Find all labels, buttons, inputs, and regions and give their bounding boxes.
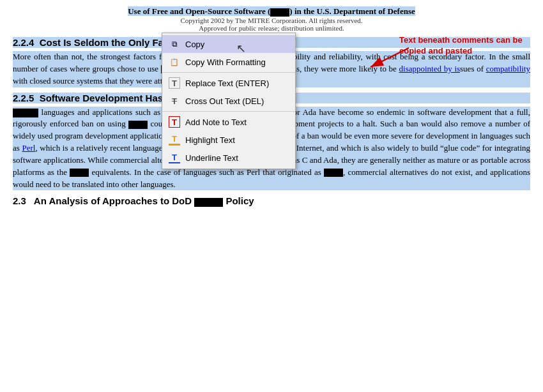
document-header: Use of Free and Open-Source Software ( )… xyxy=(13,6,530,32)
menu-separator-1 xyxy=(162,72,295,73)
copy-label: Copy xyxy=(185,40,204,49)
redacted-6 xyxy=(324,169,343,177)
context-menu-addnote[interactable]: T Add Note to Text xyxy=(162,113,295,131)
redacted-7 xyxy=(194,198,223,207)
highlight-icon: T xyxy=(169,134,180,146)
context-menu-underline[interactable]: T Underline Text xyxy=(162,149,295,167)
mouse-cursor: ↖ xyxy=(236,41,246,56)
document-title: Use of Free and Open-Source Software ( )… xyxy=(128,6,415,16)
menu-separator-2 xyxy=(162,111,295,112)
underline-label: Underline Text xyxy=(185,153,238,163)
annotation-text: Text beneath comments can be copied and … xyxy=(399,35,523,56)
compatibility-link[interactable]: compatibility xyxy=(486,64,530,73)
underline-icon: T xyxy=(169,152,180,163)
context-menu-crossout[interactable]: T Cross Out Text (DEL) xyxy=(162,92,295,110)
highlight-label: Highlight Text xyxy=(185,135,235,145)
context-menu-copy-formatting[interactable]: 📋 Copy With Formatting xyxy=(162,53,295,71)
document-distribution: Approved for public release; distributio… xyxy=(13,24,530,32)
copy-formatting-icon: 📋 xyxy=(169,56,180,68)
replace-text-icon: T xyxy=(169,77,180,89)
redacted-4 xyxy=(128,121,148,129)
crossout-text-icon: T xyxy=(169,95,180,107)
copy-icon xyxy=(169,38,180,50)
redacted-3 xyxy=(13,109,38,117)
copy-formatting-label: Copy With Formatting xyxy=(185,57,266,67)
crossout-label: Cross Out Text (DEL) xyxy=(185,96,264,106)
perl-link[interactable]: Perl xyxy=(22,143,36,153)
context-menu: Copy 📋 Copy With Formatting T Replace Te… xyxy=(162,33,296,169)
redacted-5 xyxy=(70,169,89,177)
annotation-bubble: Text beneath comments can be copied and … xyxy=(399,35,533,57)
addnote-label: Add Note to Text xyxy=(185,117,247,127)
document-copyright: Copyright 2002 by The MITRE Corporation.… xyxy=(13,17,530,24)
svg-line-1 xyxy=(371,48,409,67)
section-2-3-heading: 2.3 An Analysis of Approaches to DoD Pol… xyxy=(13,195,530,206)
replace-label: Replace Text (ENTER) xyxy=(185,79,269,88)
annotation-arrow xyxy=(358,41,415,73)
context-menu-replace[interactable]: T Replace Text (ENTER) xyxy=(162,74,295,92)
context-menu-highlight[interactable]: T Highlight Text xyxy=(162,131,295,149)
redacted-word-1 xyxy=(270,8,289,17)
context-menu-copy[interactable]: Copy xyxy=(162,35,295,53)
section-2-3: 2.3 An Analysis of Approaches to DoD Pol… xyxy=(13,195,530,206)
add-note-icon: T xyxy=(169,116,180,128)
